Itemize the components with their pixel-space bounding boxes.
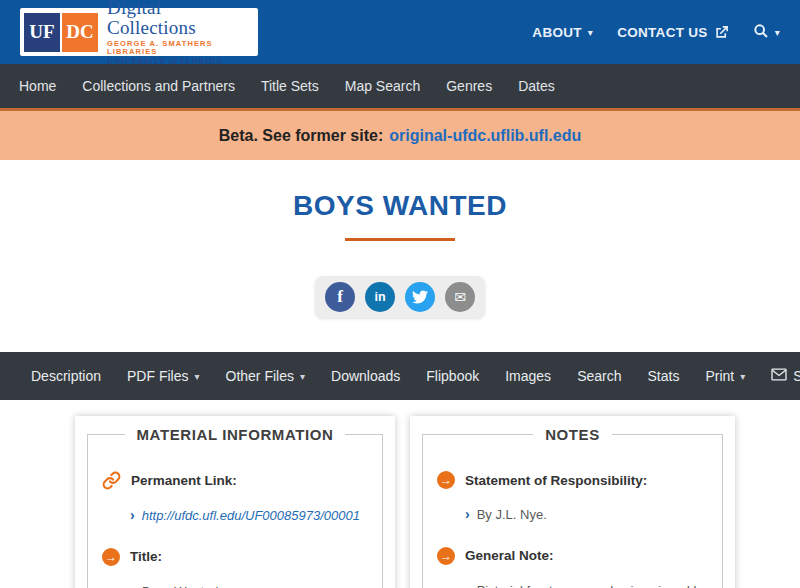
search-menu[interactable]: ▾ <box>753 23 780 42</box>
chevron-right-icon: › <box>130 506 135 526</box>
logo-title: Digital Collections <box>107 0 254 38</box>
twitter-share-icon[interactable] <box>405 282 435 312</box>
logo-subtitle-university: UNIVERSITY of FLORIDA <box>107 57 254 66</box>
field-label: Statement of Responsibility: <box>465 473 647 488</box>
site-header: UF DC Digital Collections GEORGE A. SMAT… <box>0 0 800 64</box>
field-label: General Note: <box>465 548 554 563</box>
tab-search[interactable]: Search <box>564 368 634 384</box>
search-icon <box>753 23 769 42</box>
linkedin-share-icon[interactable]: in <box>365 282 395 312</box>
ufdc-logo[interactable]: UF DC Digital Collections GEORGE A. SMAT… <box>20 8 258 56</box>
field-value: Pictorial front cover and spine signed b… <box>477 581 708 588</box>
print-button[interactable]: Print▾ <box>692 368 758 384</box>
chevron-right-icon: › <box>465 505 470 525</box>
tab-other-files[interactable]: Other Files▾ <box>213 368 319 384</box>
facebook-share-icon[interactable]: f <box>325 282 355 312</box>
chevron-right-icon: › <box>465 581 470 588</box>
email-share-icon[interactable]: ✉ <box>445 282 475 312</box>
permanent-link-value[interactable]: http://ufdc.ufl.edu/UF00085973/00001 <box>142 506 360 526</box>
tab-pdf-files[interactable]: PDF Files▾ <box>114 368 212 384</box>
tab-images[interactable]: Images <box>492 368 564 384</box>
panel-title: MATERIAL INFORMATION <box>125 426 346 443</box>
tab-downloads[interactable]: Downloads <box>318 368 413 384</box>
nav-item-genres[interactable]: Genres <box>433 78 505 94</box>
page-title: BOYS WANTED <box>0 190 800 222</box>
beta-banner: Beta. See former site: original-ufdc.ufl… <box>0 108 800 160</box>
material-information-panel: MATERIAL INFORMATION Permanent Link: › h… <box>75 416 395 588</box>
beta-banner-text: Beta. See former site: <box>219 127 384 145</box>
nav-item-home[interactable]: Home <box>6 78 69 94</box>
field-label: Permanent Link: <box>131 473 237 488</box>
nav-item-collections-partners[interactable]: Collections and Partners <box>69 78 248 94</box>
chevron-down-icon: ▾ <box>194 372 199 382</box>
chevron-down-icon: ▾ <box>300 372 305 382</box>
social-share-bar: f in ✉ <box>315 276 485 318</box>
field-label: Title: <box>130 549 162 564</box>
envelope-icon <box>771 368 787 384</box>
permanent-link-icon <box>102 471 121 490</box>
former-site-link[interactable]: original-ufdc.uflib.ufl.edu <box>389 127 581 145</box>
arrow-right-circle-icon: → <box>102 548 120 566</box>
panel-title: NOTES <box>533 426 612 443</box>
nav-item-dates[interactable]: Dates <box>505 78 568 94</box>
field-value: By J.L. Nye. <box>477 505 547 525</box>
tab-flipbook[interactable]: Flipbook <box>413 368 492 384</box>
about-menu[interactable]: ABOUT ▾ <box>532 25 593 40</box>
main-nav: Home Collections and Partners Title Sets… <box>0 64 800 108</box>
external-link-icon <box>714 25 729 40</box>
uf-logo-square: UF <box>24 13 60 52</box>
field-value: Boys Wanted <box>142 582 219 588</box>
title-underline <box>345 238 455 241</box>
stats-button[interactable]: Stats <box>634 368 692 384</box>
arrow-right-circle-icon: → <box>437 471 455 489</box>
contact-us-label: CONTACT US <box>617 25 708 40</box>
dc-logo-square: DC <box>62 13 98 52</box>
nav-item-title-sets[interactable]: Title Sets <box>248 78 332 94</box>
about-label: ABOUT <box>532 25 582 40</box>
logo-subtitle-libraries: GEORGE A. SMATHERS LIBRARIES <box>107 40 254 56</box>
contact-us-link[interactable]: CONTACT US <box>617 25 729 40</box>
chevron-right-icon: › <box>130 582 135 588</box>
chevron-down-icon: ▾ <box>740 372 745 382</box>
notes-panel: NOTES → Statement of Responsibility: › B… <box>410 416 735 588</box>
send-button[interactable]: Send <box>758 368 800 384</box>
item-toolbar: Description PDF Files▾ Other Files▾ Down… <box>0 352 800 400</box>
nav-item-map-search[interactable]: Map Search <box>332 78 433 94</box>
arrow-right-circle-icon: → <box>437 547 455 565</box>
chevron-down-icon: ▾ <box>775 28 780 38</box>
tab-description[interactable]: Description <box>18 368 114 384</box>
chevron-down-icon: ▾ <box>588 28 593 38</box>
